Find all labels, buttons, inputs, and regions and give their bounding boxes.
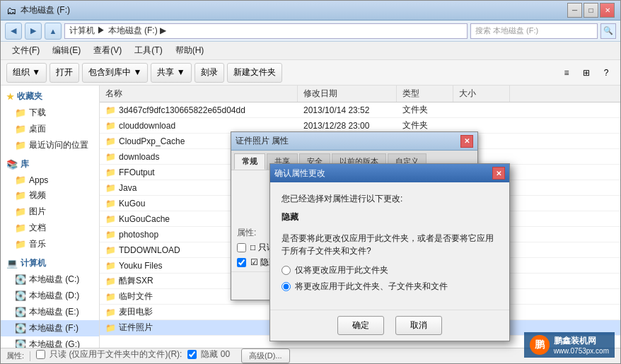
drive-icon: 💽: [15, 339, 26, 348]
readonly-checkbox[interactable]: [237, 243, 246, 252]
lib-icon: 📚: [6, 159, 18, 170]
menu-tools[interactable]: 工具(T): [129, 43, 168, 58]
sidebar-item-drive-e[interactable]: 💽 本地磁盘 (E:): [1, 304, 99, 320]
sidebar: ★ 收藏夹 📁 下载 📁 桌面 📁 最近访问的位置 📚: [1, 86, 100, 348]
sidebar-item-drive-d[interactable]: 💽 本地磁盘 (D:): [1, 288, 99, 304]
file-name: 📁麦田电影: [100, 306, 298, 318]
radio-input-1[interactable]: [282, 266, 291, 275]
ok-button[interactable]: 确定: [337, 316, 384, 335]
forward-button[interactable]: ▶: [25, 23, 42, 40]
sidebar-item-pictures[interactable]: 📁 图片: [1, 204, 99, 220]
menu-view[interactable]: 查看(V): [88, 43, 127, 58]
confirm-body: 您已经选择对属性进行以下更改: 隐藏 是否要将此更改仅应用于此文件夹，或者是否要…: [270, 182, 509, 310]
search-box[interactable]: 搜索 本地磁盘 (F:): [470, 23, 598, 39]
window-icon: 🗂: [6, 5, 16, 16]
drive-icon: 💽: [15, 274, 26, 285]
drive-icon: 💽: [15, 307, 26, 317]
menu-help[interactable]: 帮助(H): [170, 43, 210, 58]
readonly-checkbox[interactable]: [36, 350, 45, 359]
folder-icon: 📁: [15, 107, 26, 118]
folder-icon: 📁: [15, 175, 26, 185]
folder-icon: 📁: [15, 124, 26, 134]
sidebar-item-video[interactable]: 📁 视频: [1, 187, 99, 204]
drive-icon: 💽: [15, 290, 26, 301]
view-large-button[interactable]: ⊞: [578, 64, 595, 81]
folder-icon: 📁: [15, 190, 26, 201]
menu-file[interactable]: 文件(F): [6, 43, 45, 58]
radio-input-2[interactable]: [282, 282, 291, 291]
folder-icon: 📁: [15, 223, 26, 233]
back-button[interactable]: ◀: [5, 23, 22, 40]
burn-button[interactable]: 刻录: [195, 63, 224, 83]
sidebar-item-recent[interactable]: 📁 最近访问的位置: [1, 137, 99, 153]
library-header[interactable]: 📚 库: [1, 156, 99, 172]
include-library-button[interactable]: 包含到库中 ▼: [82, 63, 148, 83]
cancel-button[interactable]: 取消: [395, 316, 442, 335]
computer-section: 💻 计算机 💽 本地磁盘 (C:) 💽 本地磁盘 (D:) 💽 本地磁盘 (E:…: [1, 255, 99, 348]
props-close-button[interactable]: ✕: [460, 135, 473, 148]
hidden-label: 隐藏 00: [201, 348, 230, 360]
folder-icon: 📁: [15, 206, 26, 217]
watermark: 鹏 鹏鑫装机网 www.0753px.com: [524, 332, 615, 358]
radio-option2[interactable]: 将更改应用于此文件夹、子文件夹和文件: [282, 281, 498, 293]
organize-button[interactable]: 组织 ▼: [6, 63, 47, 83]
sidebar-item-download[interactable]: 📁 下载: [1, 105, 99, 121]
radio-label-2: 将更改应用于此文件夹、子文件夹和文件: [295, 281, 448, 293]
address-bar: ◀ ▶ ▲ 计算机 ▶ 本地磁盘 (F:) ▶ 搜索 本地磁盘 (F:) 🔍: [1, 20, 620, 42]
confirm-message1: 您已经选择对属性进行以下更改:: [282, 192, 498, 205]
favorites-header[interactable]: ★ 收藏夹: [1, 88, 99, 105]
sidebar-item-drive-c[interactable]: 💽 本地磁盘 (C:): [1, 271, 99, 288]
minimize-button[interactable]: ─: [567, 3, 582, 18]
status-divider: [30, 351, 30, 361]
hidden-checkbox[interactable]: [187, 350, 197, 359]
col-header-type[interactable]: 类型: [397, 86, 453, 102]
star-icon: ★: [6, 92, 14, 102]
toolbar: 组织 ▼ 打开 包含到库中 ▼ 共享 ▼ 刻录 新建文件夹 ≡ ⊞ ?: [1, 60, 620, 86]
props-tab-general[interactable]: 常规: [234, 153, 265, 170]
drive-icon: 💽: [15, 323, 26, 334]
status-readonly: 只读 (仅应用于文件夹中的文件)(R):: [36, 348, 182, 360]
search-icon[interactable]: 🔍: [600, 23, 616, 39]
col-header-size[interactable]: 大小: [453, 86, 510, 102]
search-placeholder: 搜索 本地磁盘 (F:): [475, 25, 538, 36]
menu-edit[interactable]: 编辑(E): [47, 43, 86, 58]
file-name: 📁证件照片: [100, 322, 298, 334]
library-section: 📚 库 📁 Apps 📁 视频 📁 图片 📁 文档: [1, 156, 99, 252]
folder-icon: 📁: [15, 239, 26, 249]
sidebar-item-music[interactable]: 📁 音乐: [1, 236, 99, 252]
sidebar-item-documents[interactable]: 📁 文档: [1, 220, 99, 236]
radio-option1[interactable]: 仅将更改应用于此文件夹: [282, 264, 498, 276]
sidebar-item-apps[interactable]: 📁 Apps: [1, 172, 99, 187]
comp-icon: 💻: [6, 258, 18, 269]
col-header-date[interactable]: 修改日期: [298, 86, 397, 102]
sidebar-item-drive-g[interactable]: 💽 本地磁盘 (G:): [1, 336, 99, 348]
close-button[interactable]: ✕: [600, 3, 615, 18]
sidebar-item-drive-f[interactable]: 💽 本地磁盘 (F:): [1, 320, 99, 336]
help-button[interactable]: ?: [598, 64, 615, 81]
file-type: 文件夹: [397, 119, 453, 131]
confirm-attribute: 隐藏: [282, 211, 498, 223]
share-button[interactable]: 共享 ▼: [151, 63, 191, 83]
advanced-button[interactable]: 高级(D)...: [241, 348, 289, 363]
status-hidden: 隐藏 00: [187, 348, 230, 360]
sidebar-item-desktop[interactable]: 📁 桌面: [1, 121, 99, 137]
new-folder-button[interactable]: 新建文件夹: [227, 63, 282, 83]
title-bar-left: 🗂 本地磁盘 (F:): [6, 4, 70, 16]
window-title: 本地磁盘 (F:): [21, 4, 70, 16]
file-name: 📁clouddownload: [100, 121, 298, 131]
confirm-title-bar: 确认属性更改 ✕: [270, 164, 509, 182]
computer-header[interactable]: 💻 计算机: [1, 255, 99, 271]
file-row[interactable]: 📁3d467cf9dfc130665822e65d04dd 2013/10/14…: [100, 102, 620, 118]
favorites-section: ★ 收藏夹 📁 下载 📁 桌面 📁 最近访问的位置: [1, 88, 99, 153]
col-header-name[interactable]: 名称: [100, 86, 298, 102]
watermark-brand: 鹏鑫装机网: [554, 335, 609, 347]
view-button[interactable]: ≡: [558, 64, 575, 81]
hidden-checkbox[interactable]: [237, 258, 246, 267]
breadcrumb[interactable]: 计算机 ▶ 本地磁盘 (F:) ▶: [64, 23, 468, 39]
confirm-close-button[interactable]: ✕: [492, 167, 505, 180]
menu-bar: 文件(F) 编辑(E) 查看(V) 工具(T) 帮助(H): [1, 42, 620, 60]
maximize-button[interactable]: □: [584, 3, 598, 18]
up-button[interactable]: ▲: [45, 23, 62, 40]
confirm-footer: 确定 取消: [270, 310, 509, 341]
open-button[interactable]: 打开: [50, 63, 79, 83]
